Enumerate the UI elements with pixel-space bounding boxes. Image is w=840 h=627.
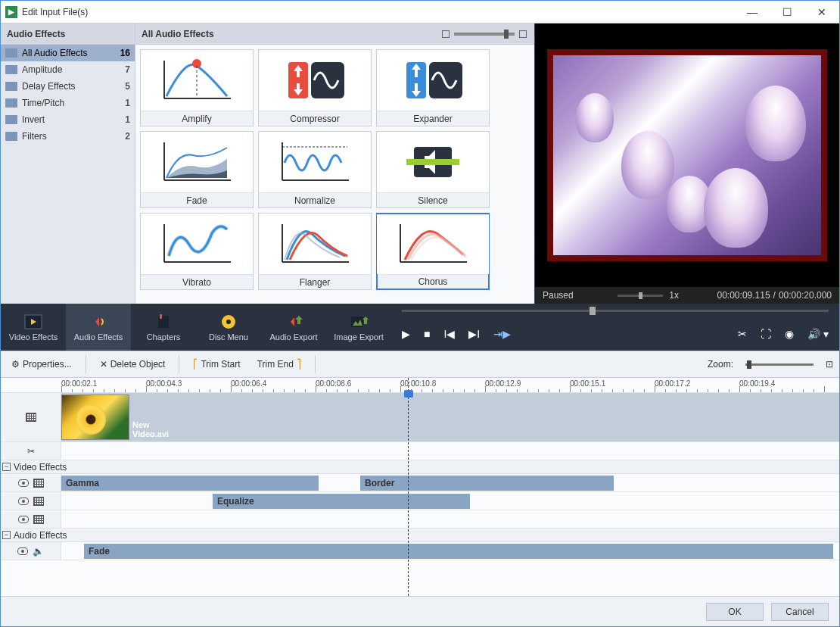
trim-end-button[interactable]: Trim End⎤: [253, 356, 306, 373]
folder-icon: [5, 82, 17, 91]
effect-chorus[interactable]: Chorus: [376, 213, 490, 290]
ruler-tick: 00:00:17.2: [655, 379, 690, 388]
effect-icon: [377, 50, 489, 111]
category-filters[interactable]: Filters2: [1, 128, 135, 145]
video-effects-section-header[interactable]: −Video Effects: [1, 460, 839, 474]
zoom-slider[interactable]: [745, 363, 814, 366]
playhead[interactable]: [408, 378, 409, 596]
clip-thumbnail: [61, 395, 129, 440]
collapse-icon: −: [2, 463, 11, 471]
effect-vibrato[interactable]: Vibrato: [140, 213, 254, 290]
category-amplitude[interactable]: Amplitude7: [1, 61, 135, 78]
effects-header-title: All Audio Effects: [142, 29, 440, 39]
thumb-size-small-button[interactable]: [442, 30, 450, 38]
snapshot-button[interactable]: ◉: [785, 328, 794, 340]
ruler-tick: 00:00:12.9: [485, 379, 521, 388]
ok-button[interactable]: OK: [706, 603, 764, 621]
playback-mode-button[interactable]: ⇥▶: [493, 328, 511, 340]
effect-label: Amplify: [141, 111, 253, 126]
svg-point-31: [226, 320, 231, 324]
playback-speed: 1x: [669, 290, 679, 301]
fx-clip-equalize[interactable]: Equalize: [213, 494, 470, 509]
film-icon: [33, 515, 44, 524]
preview-panel: Paused 1x 00:00:09.115 / 00:00:20.000: [535, 23, 839, 304]
tab-image-export[interactable]: Image Export: [326, 304, 391, 351]
audio-effects-section-header[interactable]: −Audio Effects: [1, 529, 839, 542]
effect-icon: [377, 214, 489, 274]
properties-button[interactable]: ⚙Properties...: [7, 356, 76, 373]
effect-label: Silence: [377, 192, 489, 207]
thumb-size-large-button[interactable]: [519, 30, 527, 38]
tab-chapters[interactable]: Chapters: [131, 304, 196, 351]
ruler-tick: 00:00:15.1: [570, 379, 605, 388]
tab-audio-export[interactable]: Audio Export: [261, 304, 326, 351]
tab-icon: [88, 313, 109, 331]
video-clip[interactable]: New Video.avi: [61, 395, 129, 440]
preview-video[interactable]: [535, 23, 839, 287]
effect-flanger[interactable]: Flanger: [258, 213, 372, 290]
window-title: Edit Input File(s): [22, 7, 735, 17]
effects-grid: AmplifyCompressorExpanderFadeNormalizeSi…: [135, 45, 534, 304]
category-delay-effects[interactable]: Delay Effects5: [1, 78, 135, 95]
timeline-ruler[interactable]: 00:00:02.100:00:04.300:00:06.400:00:08.6…: [1, 378, 839, 393]
effect-compressor[interactable]: Compressor: [258, 49, 372, 126]
volume-button[interactable]: 🔊 ▾: [807, 328, 829, 340]
category-all-audio-effects[interactable]: All Audio Effects16: [1, 45, 135, 61]
trim-start-button[interactable]: ⎡Trim Start: [188, 356, 244, 373]
effect-fade[interactable]: Fade: [140, 131, 254, 208]
prev-frame-button[interactable]: I◀: [443, 328, 455, 340]
next-frame-button[interactable]: ▶I: [468, 328, 480, 340]
tab-strip: Video EffectsAudio EffectsChaptersDisc M…: [1, 304, 839, 351]
video-track: New Video.avi: [1, 393, 839, 442]
film-icon: [26, 413, 36, 422]
speed-slider[interactable]: [618, 295, 663, 297]
tab-audio-effects[interactable]: Audio Effects: [66, 304, 131, 351]
effect-silence[interactable]: Silence: [376, 131, 490, 208]
collapse-icon: −: [2, 531, 11, 539]
seek-bar[interactable]: [391, 304, 839, 317]
trim-start-icon: ⎡: [193, 359, 198, 370]
cancel-button[interactable]: Cancel: [771, 603, 829, 621]
cut-track: ✂: [1, 442, 839, 460]
fx-clip-fade[interactable]: Fade: [84, 544, 833, 559]
close-button[interactable]: ✕: [804, 1, 839, 23]
effect-amplify[interactable]: Amplify: [140, 49, 254, 126]
trim-end-icon: ⎤: [297, 359, 301, 370]
cut-button[interactable]: ✂: [738, 328, 747, 340]
preview-status-bar: Paused 1x 00:00:09.115 / 00:00:20.000: [535, 287, 839, 304]
app-icon: ▶: [5, 6, 17, 18]
tab-video-effects[interactable]: Video Effects: [1, 304, 66, 351]
edit-toolbar: ⚙Properties... ✕Delete Object ⎡Trim Star…: [1, 351, 839, 378]
ruler-tick: 00:00:08.6: [316, 379, 351, 388]
play-button[interactable]: ▶: [402, 328, 410, 340]
zoom-label: Zoom:: [708, 359, 733, 370]
fx-clip-border[interactable]: Border: [360, 476, 614, 491]
fullscreen-button[interactable]: ⛶: [761, 328, 771, 340]
tab-disc-menu[interactable]: Disc Menu: [196, 304, 261, 351]
stop-button[interactable]: ■: [424, 328, 430, 340]
svg-rect-7: [311, 62, 344, 98]
delete-object-button[interactable]: ✕Delete Object: [95, 356, 170, 373]
svg-marker-35: [362, 317, 369, 324]
eye-icon: [18, 516, 29, 523]
titlebar: ▶ Edit Input File(s) — ☐ ✕: [1, 1, 839, 23]
category-time-pitch[interactable]: Time/Pitch1: [1, 95, 135, 111]
folder-icon: [5, 48, 17, 58]
folder-icon: [5, 98, 17, 108]
effect-label: Expander: [377, 111, 489, 126]
ruler-tick: 00:00:19.4: [739, 379, 775, 388]
audio-fx-track-1: 🔈 Fade: [1, 542, 839, 560]
minimize-button[interactable]: —: [735, 1, 770, 23]
cut-track-head[interactable]: ✂: [1, 442, 61, 460]
tab-icon: [23, 313, 44, 331]
maximize-button[interactable]: ☐: [770, 1, 804, 23]
preview-frame: [547, 49, 827, 261]
video-track-head[interactable]: [1, 393, 61, 441]
effect-expander[interactable]: Expander: [376, 49, 490, 126]
effect-normalize[interactable]: Normalize: [258, 131, 372, 208]
thumb-size-slider[interactable]: [454, 33, 515, 36]
category-invert[interactable]: Invert1: [1, 111, 135, 128]
scissors-icon: ✂: [27, 446, 35, 457]
zoom-fit-button[interactable]: ⊡: [826, 359, 833, 370]
fx-clip-gamma[interactable]: Gamma: [61, 476, 319, 491]
